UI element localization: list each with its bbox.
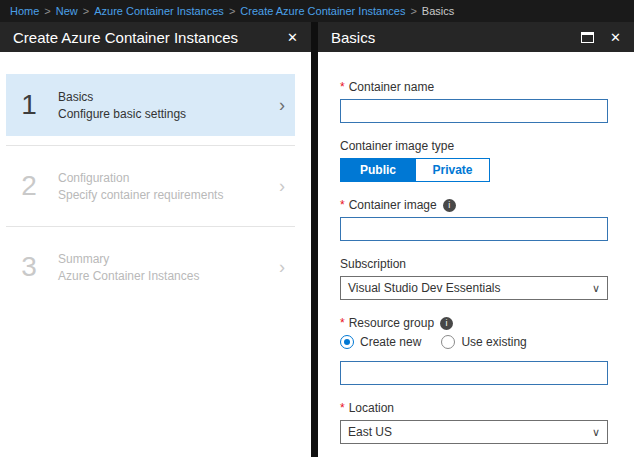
step-summary[interactable]: 3 Summary Azure Container Instances › <box>6 236 295 298</box>
breadcrumb-separator: > <box>229 5 235 17</box>
required-marker: * <box>340 80 345 94</box>
field-label-text: Location <box>349 401 394 415</box>
chevron-down-icon: ∨ <box>592 421 600 443</box>
info-icon[interactable]: i <box>440 317 453 330</box>
chevron-right-icon: › <box>279 95 285 116</box>
basics-blade: Basics ✕ * Container name <box>318 22 634 457</box>
subscription-dropdown[interactable]: Visual Studio Dev Essentials ∨ <box>340 276 608 300</box>
radio-use-existing[interactable]: Use existing <box>441 335 526 349</box>
step-divider <box>6 226 295 227</box>
subscription-label: Subscription <box>340 257 608 271</box>
close-icon[interactable]: ✕ <box>287 31 298 44</box>
step-basics[interactable]: 1 Basics Configure basic settings › <box>6 74 295 136</box>
required-marker: * <box>340 316 345 330</box>
breadcrumb-azure-container-instances[interactable]: Azure Container Instances <box>94 5 224 17</box>
container-image-type-field: Container image type Public Private <box>340 139 608 182</box>
resource-group-label: * Resource group i <box>340 316 608 330</box>
breadcrumb-separator: > <box>83 5 89 17</box>
subscription-selected-value: Visual Studio Dev Essentials <box>341 277 607 299</box>
radio-label: Create new <box>360 335 421 349</box>
radio-button-icon <box>340 335 354 349</box>
field-label-text: Resource group <box>349 316 434 330</box>
field-label-text: Subscription <box>340 257 406 271</box>
resource-group-name-input[interactable] <box>340 361 608 385</box>
required-marker: * <box>340 198 345 212</box>
breadcrumb-separator: > <box>410 5 416 17</box>
field-label-text: Container name <box>349 80 434 94</box>
step-subtitle: Azure Container Instances <box>58 269 199 283</box>
location-field: * Location East US ∨ <box>340 401 608 444</box>
step-title: Summary <box>58 252 199 266</box>
step-number: 3 <box>6 251 52 283</box>
azure-portal-window: Home > New > Azure Container Instances >… <box>0 0 634 457</box>
field-label-text: Container image <box>349 198 437 212</box>
chevron-right-icon: › <box>279 257 285 278</box>
step-divider <box>6 145 295 146</box>
required-marker: * <box>340 401 345 415</box>
breadcrumb-separator: > <box>44 5 50 17</box>
basics-blade-title: Basics <box>331 29 375 46</box>
resource-group-radio-group: Create new Use existing <box>340 335 608 349</box>
step-subtitle: Configure basic settings <box>58 107 186 121</box>
radio-create-new[interactable]: Create new <box>340 335 421 349</box>
create-wizard-blade: Create Azure Container Instances ✕ 1 Bas… <box>0 22 311 457</box>
container-image-type-label: Container image type <box>340 139 608 153</box>
container-name-label: * Container name <box>340 80 608 94</box>
breadcrumb-create-azure-container-instances[interactable]: Create Azure Container Instances <box>240 5 405 17</box>
field-label-text: Container image type <box>340 139 454 153</box>
container-image-label: * Container image i <box>340 198 608 212</box>
image-type-private-button[interactable]: Private <box>415 159 489 181</box>
breadcrumb-new[interactable]: New <box>56 5 78 17</box>
breadcrumb-home[interactable]: Home <box>10 5 39 17</box>
container-name-input[interactable] <box>340 99 608 123</box>
location-dropdown[interactable]: East US ∨ <box>340 420 608 444</box>
step-number: 1 <box>6 89 52 121</box>
image-type-public-button[interactable]: Public <box>341 159 415 181</box>
step-configuration[interactable]: 2 Configuration Specify container requir… <box>6 155 295 217</box>
blade-area: Create Azure Container Instances ✕ 1 Bas… <box>0 22 634 457</box>
step-title: Configuration <box>58 171 223 185</box>
info-icon[interactable]: i <box>443 199 456 212</box>
maximize-icon[interactable] <box>581 32 594 43</box>
breadcrumb: Home > New > Azure Container Instances >… <box>0 0 634 22</box>
step-number: 2 <box>6 170 52 202</box>
image-type-toggle: Public Private <box>340 158 490 182</box>
radio-button-icon <box>441 335 455 349</box>
chevron-down-icon: ∨ <box>592 277 600 299</box>
container-name-field: * Container name <box>340 80 608 123</box>
blade-divider <box>311 22 318 457</box>
create-wizard-blade-title: Create Azure Container Instances <box>13 29 238 46</box>
basics-form: * Container name Container image type Pu… <box>318 52 634 457</box>
create-wizard-blade-header: Create Azure Container Instances ✕ <box>0 22 311 52</box>
basics-blade-header: Basics ✕ <box>318 22 634 52</box>
radio-label: Use existing <box>461 335 526 349</box>
location-label: * Location <box>340 401 608 415</box>
close-icon[interactable]: ✕ <box>610 31 621 44</box>
step-subtitle: Specify container requirements <box>58 188 223 202</box>
subscription-field: Subscription Visual Studio Dev Essential… <box>340 257 608 300</box>
resource-group-field: * Resource group i Create new Use existi… <box>340 316 608 385</box>
chevron-right-icon: › <box>279 176 285 197</box>
container-image-input[interactable] <box>340 217 608 241</box>
wizard-step-list: 1 Basics Configure basic settings › 2 Co… <box>0 52 311 457</box>
step-title: Basics <box>58 90 186 104</box>
breadcrumb-basics: Basics <box>422 5 454 17</box>
location-selected-value: East US <box>341 421 607 443</box>
container-image-field: * Container image i <box>340 198 608 241</box>
